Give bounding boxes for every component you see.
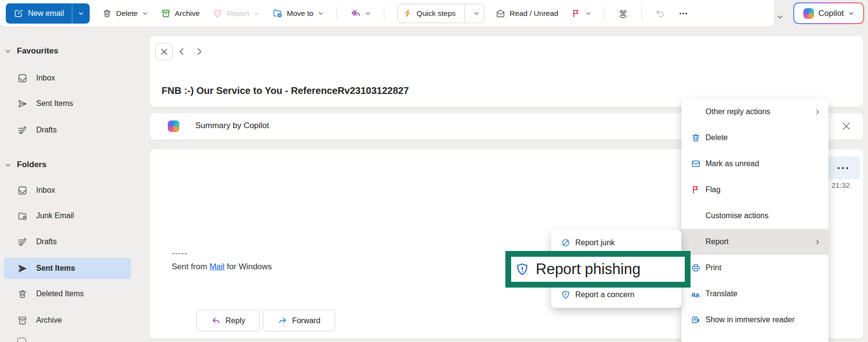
chevron-down-icon	[5, 162, 11, 168]
chevron-down-icon	[585, 11, 591, 16]
menu-item-print[interactable]: Print	[681, 255, 828, 281]
report-shield-icon	[213, 9, 222, 18]
menu-item-immersive-reader[interactable]: Show in immersive reader	[681, 307, 828, 333]
printer-icon	[690, 263, 702, 273]
sidebar-item-deleted-items[interactable]: Deleted Items	[4, 283, 131, 304]
flag-button[interactable]	[571, 9, 591, 18]
email-subject: FNB :-) Our Service to You - ReferenceRv…	[162, 85, 409, 96]
read-unread-button[interactable]: Read / Unread	[496, 9, 558, 18]
folders-section-header[interactable]: Folders	[0, 154, 131, 175]
toolbar-separator	[384, 6, 384, 21]
chevron-down-icon	[474, 11, 479, 16]
report-phishing-annotation[interactable]: Report phishing	[505, 251, 691, 288]
new-email-dropdown[interactable]	[72, 3, 90, 24]
copilot-icon	[803, 8, 814, 19]
reply-button[interactable]: Reply	[196, 310, 260, 331]
trash-icon	[102, 9, 112, 18]
immersive-reader-icon	[690, 315, 702, 325]
sidebar-item-archive[interactable]: Archive	[4, 310, 131, 331]
reply-all-button[interactable]	[350, 8, 371, 19]
chevron-down-icon	[365, 11, 371, 16]
lightning-icon	[403, 9, 412, 18]
delete-button[interactable]: Delete	[102, 9, 148, 18]
sidebar-item-junk-email[interactable]: Junk Email	[4, 205, 131, 226]
menu-item-translate[interactable]: aあ Translate	[681, 281, 828, 307]
people-icon	[618, 8, 628, 19]
folders-header-label: Folders	[17, 160, 46, 170]
undo-button	[655, 8, 665, 18]
sidebar-item-partial	[17, 338, 26, 342]
menu-item-delete[interactable]: Delete	[681, 125, 828, 151]
envelope-icon	[496, 9, 505, 18]
drafts-icon	[17, 125, 28, 135]
sidebar-item-inbox[interactable]: Inbox	[4, 180, 131, 201]
ellipsis-icon	[678, 8, 689, 19]
quick-steps-dropdown[interactable]	[469, 11, 484, 16]
chevron-right-icon	[195, 47, 203, 56]
menu-item-customise-actions[interactable]: Customise actions	[681, 203, 828, 229]
forward-button[interactable]: Forward	[263, 310, 335, 331]
message-timestamp: 21:32	[831, 181, 850, 189]
favourites-section-header[interactable]: Favourites	[0, 40, 131, 62]
copilot-icon	[168, 120, 179, 132]
sidebar-item-sent-items-selected[interactable]: Sent Items	[4, 258, 131, 279]
collapse-ribbon-chevron[interactable]	[776, 13, 784, 21]
menu-item-flag[interactable]: Flag	[681, 177, 828, 203]
sidebar-item-drafts-fav[interactable]: Drafts	[4, 119, 131, 141]
forward-icon	[278, 316, 287, 326]
new-email-button[interactable]: New email	[6, 3, 90, 24]
signature-line: Sent from Mail for Windows	[172, 262, 272, 272]
reply-label: Reply	[226, 316, 245, 325]
close-icon	[841, 120, 852, 132]
archive-icon	[161, 9, 171, 18]
read-unread-label: Read / Unread	[510, 9, 558, 18]
groups-button[interactable]	[618, 8, 628, 19]
next-message-button[interactable]	[195, 47, 203, 56]
chevron-left-icon	[177, 47, 186, 56]
move-to-label: Move to	[287, 9, 313, 18]
send-icon-filled	[17, 263, 28, 274]
message-more-actions-button[interactable]	[826, 157, 860, 179]
trash-icon	[17, 289, 28, 299]
menu-item-report[interactable]: Report	[681, 229, 828, 255]
close-message-button[interactable]	[155, 43, 173, 60]
summary-by-copilot-label: Summary by Copilot	[195, 121, 269, 131]
message-header-card: FNB :-) Our Service to You - ReferenceRv…	[149, 36, 863, 107]
quick-steps-label: Quick steps	[417, 9, 456, 18]
move-to-button[interactable]: Move to	[272, 8, 324, 18]
toolbar-separator	[641, 6, 642, 21]
archive-icon	[17, 316, 28, 326]
undo-icon	[655, 8, 665, 18]
copilot-label: Copilot	[818, 9, 844, 18]
more-commands-button[interactable]	[678, 8, 689, 19]
menu-item-mark-as-unread[interactable]: Mark as unread	[681, 151, 828, 177]
folder-move-icon	[272, 8, 283, 18]
report-phishing-label: Report phishing	[536, 261, 640, 278]
quick-steps-button[interactable]: Quick steps	[397, 4, 484, 23]
sidebar-item-sent-fav[interactable]: Sent Items	[4, 93, 131, 114]
menu-item-other-reply-actions[interactable]: Other reply actions	[681, 99, 828, 125]
sidebar-item-inbox-fav[interactable]: Inbox	[4, 67, 131, 89]
dismiss-summary-button[interactable]	[841, 120, 852, 132]
prohibited-icon	[560, 238, 571, 248]
archive-button[interactable]: Archive	[161, 9, 200, 18]
translate-icon: aあ	[690, 290, 702, 298]
envelope-icon	[690, 159, 702, 169]
flag-icon	[571, 9, 581, 18]
trash-icon	[690, 133, 702, 143]
junk-folder-icon	[17, 211, 28, 221]
signature-divider: -----	[172, 249, 188, 258]
inbox-icon	[17, 185, 28, 196]
mail-link[interactable]: Mail	[209, 262, 224, 271]
sidebar-item-drafts[interactable]: Drafts	[4, 231, 131, 252]
chevron-down-icon	[254, 11, 259, 16]
copilot-button[interactable]: Copilot	[793, 2, 864, 24]
drafts-icon	[17, 237, 28, 247]
message-context-menu: Other reply actions Delete Mark as unrea…	[681, 99, 828, 342]
report-button: Report	[213, 9, 259, 18]
send-icon	[17, 99, 28, 109]
chevron-down-icon	[5, 48, 11, 54]
previous-message-button[interactable]	[177, 47, 186, 56]
delete-label: Delete	[116, 9, 138, 18]
chevron-down-icon	[142, 11, 148, 16]
